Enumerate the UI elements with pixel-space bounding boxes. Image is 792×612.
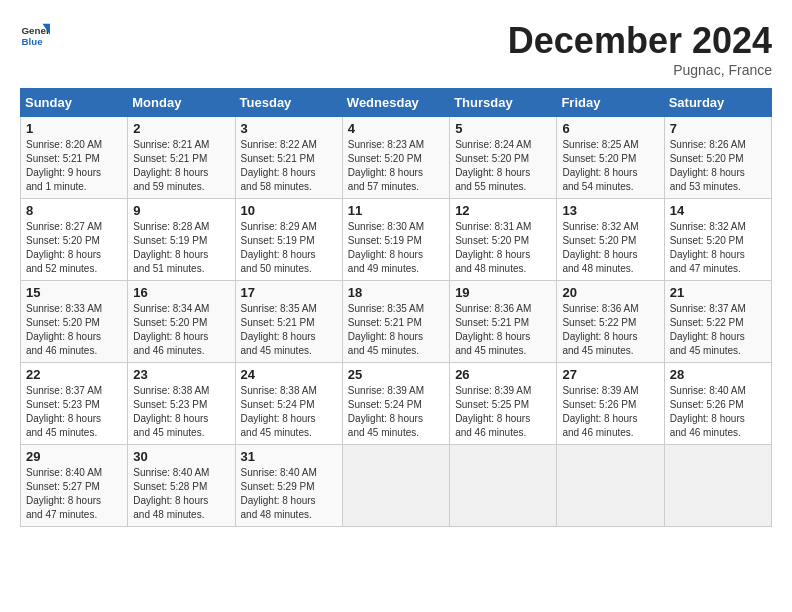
calendar-cell: 25Sunrise: 8:39 AM Sunset: 5:24 PM Dayli…	[342, 363, 449, 445]
header-day-thursday: Thursday	[450, 89, 557, 117]
day-detail: Sunrise: 8:37 AM Sunset: 5:22 PM Dayligh…	[670, 302, 766, 358]
day-number: 12	[455, 203, 551, 218]
day-number: 19	[455, 285, 551, 300]
day-detail: Sunrise: 8:40 AM Sunset: 5:27 PM Dayligh…	[26, 466, 122, 522]
calendar-cell	[557, 445, 664, 527]
header-day-sunday: Sunday	[21, 89, 128, 117]
day-detail: Sunrise: 8:22 AM Sunset: 5:21 PM Dayligh…	[241, 138, 337, 194]
day-number: 4	[348, 121, 444, 136]
calendar-table: SundayMondayTuesdayWednesdayThursdayFrid…	[20, 88, 772, 527]
calendar-cell: 16Sunrise: 8:34 AM Sunset: 5:20 PM Dayli…	[128, 281, 235, 363]
day-detail: Sunrise: 8:35 AM Sunset: 5:21 PM Dayligh…	[241, 302, 337, 358]
day-detail: Sunrise: 8:37 AM Sunset: 5:23 PM Dayligh…	[26, 384, 122, 440]
calendar-cell: 27Sunrise: 8:39 AM Sunset: 5:26 PM Dayli…	[557, 363, 664, 445]
day-number: 25	[348, 367, 444, 382]
calendar-cell: 31Sunrise: 8:40 AM Sunset: 5:29 PM Dayli…	[235, 445, 342, 527]
day-number: 6	[562, 121, 658, 136]
day-detail: Sunrise: 8:39 AM Sunset: 5:25 PM Dayligh…	[455, 384, 551, 440]
calendar-cell: 4Sunrise: 8:23 AM Sunset: 5:20 PM Daylig…	[342, 117, 449, 199]
day-number: 5	[455, 121, 551, 136]
day-detail: Sunrise: 8:23 AM Sunset: 5:20 PM Dayligh…	[348, 138, 444, 194]
calendar-cell: 1Sunrise: 8:20 AM Sunset: 5:21 PM Daylig…	[21, 117, 128, 199]
day-detail: Sunrise: 8:39 AM Sunset: 5:26 PM Dayligh…	[562, 384, 658, 440]
month-title: December 2024	[508, 20, 772, 62]
calendar-cell	[664, 445, 771, 527]
calendar-cell: 5Sunrise: 8:24 AM Sunset: 5:20 PM Daylig…	[450, 117, 557, 199]
day-number: 15	[26, 285, 122, 300]
calendar-cell: 23Sunrise: 8:38 AM Sunset: 5:23 PM Dayli…	[128, 363, 235, 445]
day-detail: Sunrise: 8:40 AM Sunset: 5:28 PM Dayligh…	[133, 466, 229, 522]
calendar-cell: 26Sunrise: 8:39 AM Sunset: 5:25 PM Dayli…	[450, 363, 557, 445]
calendar-cell: 12Sunrise: 8:31 AM Sunset: 5:20 PM Dayli…	[450, 199, 557, 281]
day-detail: Sunrise: 8:33 AM Sunset: 5:20 PM Dayligh…	[26, 302, 122, 358]
header: General Blue December 2024 Pugnac, Franc…	[20, 20, 772, 78]
calendar-cell: 13Sunrise: 8:32 AM Sunset: 5:20 PM Dayli…	[557, 199, 664, 281]
day-number: 8	[26, 203, 122, 218]
day-detail: Sunrise: 8:28 AM Sunset: 5:19 PM Dayligh…	[133, 220, 229, 276]
calendar-cell: 11Sunrise: 8:30 AM Sunset: 5:19 PM Dayli…	[342, 199, 449, 281]
calendar-cell: 10Sunrise: 8:29 AM Sunset: 5:19 PM Dayli…	[235, 199, 342, 281]
day-number: 17	[241, 285, 337, 300]
logo: General Blue	[20, 20, 50, 50]
header-day-tuesday: Tuesday	[235, 89, 342, 117]
day-number: 23	[133, 367, 229, 382]
calendar-cell: 6Sunrise: 8:25 AM Sunset: 5:20 PM Daylig…	[557, 117, 664, 199]
day-number: 10	[241, 203, 337, 218]
day-number: 16	[133, 285, 229, 300]
day-number: 2	[133, 121, 229, 136]
calendar-week-4: 22Sunrise: 8:37 AM Sunset: 5:23 PM Dayli…	[21, 363, 772, 445]
location: Pugnac, France	[508, 62, 772, 78]
day-number: 14	[670, 203, 766, 218]
day-number: 13	[562, 203, 658, 218]
calendar-cell: 22Sunrise: 8:37 AM Sunset: 5:23 PM Dayli…	[21, 363, 128, 445]
header-day-monday: Monday	[128, 89, 235, 117]
day-number: 1	[26, 121, 122, 136]
calendar-week-2: 8Sunrise: 8:27 AM Sunset: 5:20 PM Daylig…	[21, 199, 772, 281]
day-detail: Sunrise: 8:27 AM Sunset: 5:20 PM Dayligh…	[26, 220, 122, 276]
day-detail: Sunrise: 8:32 AM Sunset: 5:20 PM Dayligh…	[562, 220, 658, 276]
day-detail: Sunrise: 8:24 AM Sunset: 5:20 PM Dayligh…	[455, 138, 551, 194]
day-number: 24	[241, 367, 337, 382]
calendar-cell: 21Sunrise: 8:37 AM Sunset: 5:22 PM Dayli…	[664, 281, 771, 363]
header-day-saturday: Saturday	[664, 89, 771, 117]
calendar-cell: 15Sunrise: 8:33 AM Sunset: 5:20 PM Dayli…	[21, 281, 128, 363]
day-detail: Sunrise: 8:36 AM Sunset: 5:22 PM Dayligh…	[562, 302, 658, 358]
title-block: December 2024 Pugnac, France	[508, 20, 772, 78]
calendar-cell: 19Sunrise: 8:36 AM Sunset: 5:21 PM Dayli…	[450, 281, 557, 363]
day-number: 9	[133, 203, 229, 218]
calendar-body: 1Sunrise: 8:20 AM Sunset: 5:21 PM Daylig…	[21, 117, 772, 527]
day-detail: Sunrise: 8:40 AM Sunset: 5:26 PM Dayligh…	[670, 384, 766, 440]
calendar-cell: 7Sunrise: 8:26 AM Sunset: 5:20 PM Daylig…	[664, 117, 771, 199]
calendar-cell: 29Sunrise: 8:40 AM Sunset: 5:27 PM Dayli…	[21, 445, 128, 527]
day-detail: Sunrise: 8:36 AM Sunset: 5:21 PM Dayligh…	[455, 302, 551, 358]
header-day-friday: Friday	[557, 89, 664, 117]
day-number: 29	[26, 449, 122, 464]
day-number: 18	[348, 285, 444, 300]
day-number: 21	[670, 285, 766, 300]
calendar-cell: 20Sunrise: 8:36 AM Sunset: 5:22 PM Dayli…	[557, 281, 664, 363]
day-number: 31	[241, 449, 337, 464]
day-detail: Sunrise: 8:29 AM Sunset: 5:19 PM Dayligh…	[241, 220, 337, 276]
calendar-cell: 9Sunrise: 8:28 AM Sunset: 5:19 PM Daylig…	[128, 199, 235, 281]
day-detail: Sunrise: 8:20 AM Sunset: 5:21 PM Dayligh…	[26, 138, 122, 194]
day-number: 28	[670, 367, 766, 382]
calendar-cell: 3Sunrise: 8:22 AM Sunset: 5:21 PM Daylig…	[235, 117, 342, 199]
calendar-week-5: 29Sunrise: 8:40 AM Sunset: 5:27 PM Dayli…	[21, 445, 772, 527]
day-number: 3	[241, 121, 337, 136]
calendar-cell	[342, 445, 449, 527]
day-detail: Sunrise: 8:39 AM Sunset: 5:24 PM Dayligh…	[348, 384, 444, 440]
calendar-cell: 14Sunrise: 8:32 AM Sunset: 5:20 PM Dayli…	[664, 199, 771, 281]
day-number: 30	[133, 449, 229, 464]
calendar-cell: 2Sunrise: 8:21 AM Sunset: 5:21 PM Daylig…	[128, 117, 235, 199]
day-number: 27	[562, 367, 658, 382]
header-day-wednesday: Wednesday	[342, 89, 449, 117]
calendar-cell	[450, 445, 557, 527]
day-number: 22	[26, 367, 122, 382]
calendar-cell: 24Sunrise: 8:38 AM Sunset: 5:24 PM Dayli…	[235, 363, 342, 445]
day-detail: Sunrise: 8:38 AM Sunset: 5:23 PM Dayligh…	[133, 384, 229, 440]
day-number: 20	[562, 285, 658, 300]
day-detail: Sunrise: 8:31 AM Sunset: 5:20 PM Dayligh…	[455, 220, 551, 276]
day-detail: Sunrise: 8:32 AM Sunset: 5:20 PM Dayligh…	[670, 220, 766, 276]
day-detail: Sunrise: 8:40 AM Sunset: 5:29 PM Dayligh…	[241, 466, 337, 522]
day-detail: Sunrise: 8:21 AM Sunset: 5:21 PM Dayligh…	[133, 138, 229, 194]
